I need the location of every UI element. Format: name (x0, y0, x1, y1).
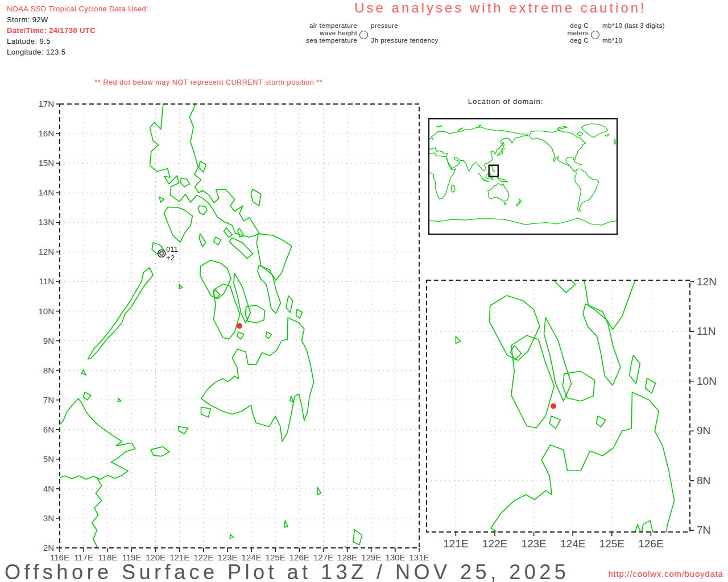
svg-text:+2: +2 (166, 253, 175, 262)
svg-text:6N: 6N (43, 425, 54, 434)
svg-text:8N: 8N (43, 365, 54, 375)
svg-text:12N: 12N (697, 276, 717, 288)
storm-datetime: Date/Time: 24/1730 UTC (7, 25, 148, 36)
storm-info: NOAA SSD Tropical Cyclone Data Used: Sto… (7, 3, 148, 57)
svg-text:10N: 10N (697, 375, 717, 387)
inset-map-title: Location of domain: (449, 97, 562, 106)
world-inset-map (429, 119, 617, 234)
surface-plot-canvas: 011 +2 116E 117E 118E 119E 120E 121E 122… (0, 0, 728, 582)
legend-sea-temp: sea temperature (260, 37, 357, 44)
storm-latitude: Latitude: 9.5 (7, 36, 148, 47)
station-circle-icon (359, 31, 368, 39)
zoom-map-frame (427, 280, 690, 532)
svg-text:16N: 16N (38, 128, 54, 138)
svg-text:8N: 8N (697, 475, 710, 487)
legend-wave-height: wave height (260, 30, 357, 36)
svg-text:11N: 11N (39, 276, 54, 286)
svg-text:13N: 13N (38, 217, 54, 227)
svg-text:122E: 122E (482, 538, 507, 550)
storm-dot-zoom (551, 404, 556, 409)
svg-text:126E: 126E (638, 538, 663, 550)
svg-text:011: 011 (166, 245, 178, 253)
legend-unit-degc-1: deg C (492, 22, 589, 29)
legend-pressure: pressure (371, 22, 398, 29)
legend-tendency: 3h pressure tendency (371, 37, 439, 44)
legend-unit-meters: meters (492, 30, 589, 36)
units-circle-icon (591, 31, 599, 39)
main-map: 011 +2 116E 117E 118E 119E 120E 121E 122… (38, 95, 429, 562)
plot-title: Offshore Surface Plot at 13Z / NOV 25, 2… (5, 560, 569, 582)
svg-text:123E: 123E (521, 538, 546, 550)
legend-unit-degc-2: deg C (492, 37, 589, 44)
svg-text:7N: 7N (697, 524, 710, 536)
svg-text:2N: 2N (43, 543, 54, 552)
svg-text:3N: 3N (43, 513, 54, 523)
legend-unit-mb10-digits: mb*10 (last 3 digits) (602, 22, 665, 29)
storm-longitude: Longitude: 123.5 (7, 47, 148, 57)
source-url[interactable]: http://coolwx.com/buoydata (608, 569, 723, 579)
svg-text:4N: 4N (43, 484, 54, 493)
storm-info-title: NOAA SSD Tropical Cyclone Data Used: (7, 3, 148, 14)
svg-text:14N: 14N (38, 188, 54, 197)
red-dot-warning: ** Red dot below may NOT represent CURRE… (64, 78, 354, 86)
svg-text:7N: 7N (43, 395, 54, 405)
caution-banner: Use analyses with extreme caution! (318, 0, 682, 16)
storm-id: Storm: 92W (7, 14, 148, 25)
svg-text:125E: 125E (599, 538, 624, 550)
svg-text:12N: 12N (38, 247, 54, 256)
legend-air-temp: air temperature (260, 22, 357, 29)
svg-text:9N: 9N (697, 425, 710, 436)
svg-text:17N: 17N (38, 99, 54, 109)
svg-text:11N: 11N (697, 325, 715, 337)
svg-text:5N: 5N (43, 454, 54, 464)
svg-text:15N: 15N (38, 158, 54, 168)
legend-unit-mb10: mb*10 (602, 37, 622, 44)
svg-text:121E: 121E (443, 538, 468, 550)
coastlines (55, 95, 362, 555)
svg-text:124E: 124E (560, 538, 585, 550)
svg-text:9N: 9N (43, 336, 54, 346)
storm-dot (237, 323, 242, 329)
station-marker: 011 +2 (158, 245, 178, 262)
svg-text:10N: 10N (38, 306, 54, 316)
